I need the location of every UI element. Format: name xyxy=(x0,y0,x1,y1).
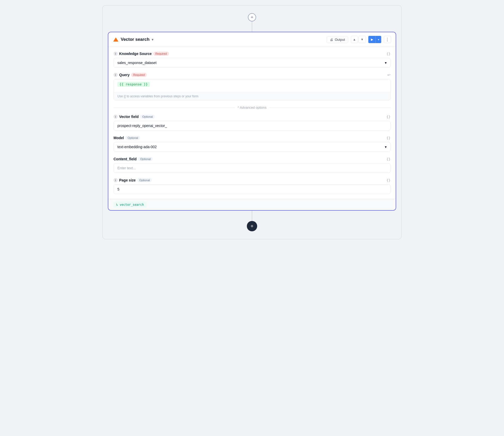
model-chevron-icon: ▾ xyxy=(385,145,387,149)
query-label-row: i Query Required ↩ xyxy=(113,73,391,77)
page-size-label-left: i Page size Optional xyxy=(113,178,152,182)
knowledge-source-badge: Required xyxy=(153,52,169,56)
card-header-left: Vector search ▾ xyxy=(113,37,153,42)
vector-field-group: i Vector field Optional {} xyxy=(113,115,391,131)
content-field-code-btn[interactable]: {} xyxy=(386,157,391,161)
advanced-options-divider: ^ Advanced options xyxy=(113,106,391,109)
vector-field-input[interactable] xyxy=(113,121,391,131)
add-button-bottom[interactable]: + xyxy=(247,221,257,231)
output-icon: 🖨 xyxy=(330,38,333,42)
knowledge-source-label-row: i Knowledge Source Required {} xyxy=(113,52,391,56)
vector-field-label: Vector field xyxy=(119,115,139,119)
knowledge-source-select[interactable]: sales_response_dataset ▾ xyxy=(113,58,391,68)
content-field-label-row: Content_field Optional {} xyxy=(113,157,391,161)
page-size-code-btn[interactable]: {} xyxy=(386,178,391,182)
more-options-button[interactable]: ⋮ xyxy=(384,36,391,43)
query-hint: Use {{ to access variables from previous… xyxy=(114,92,390,100)
connector-line-top xyxy=(252,21,252,32)
knowledge-source-info-icon[interactable]: i xyxy=(113,52,118,56)
content-field-label-left: Content_field Optional xyxy=(113,157,153,161)
content-field-label: Content_field xyxy=(113,157,136,161)
model-label: Model xyxy=(113,136,124,140)
card-header: Vector search ▾ 🖨 Output ▲ ▼ ▶ ▾ ⋮ xyxy=(108,32,396,47)
model-label-row: Model Optional {} xyxy=(113,136,391,140)
canvas: + Vector search ▾ 🖨 Output ▲ xyxy=(102,5,402,239)
arrow-down-button[interactable]: ▼ xyxy=(359,36,366,43)
title-chevron-icon[interactable]: ▾ xyxy=(152,37,153,42)
output-button[interactable]: 🖨 Output xyxy=(327,36,348,43)
card-header-right: 🖨 Output ▲ ▼ ▶ ▾ ⋮ xyxy=(327,36,391,43)
model-badge: Optional xyxy=(125,136,140,140)
vector-field-code-btn[interactable]: {} xyxy=(386,115,391,119)
footer-arrow-icon: ↳ xyxy=(116,203,118,207)
page-size-label-row: i Page size Optional {} xyxy=(113,178,391,182)
content-field-group: Content_field Optional {} xyxy=(113,157,391,173)
content-field-input[interactable] xyxy=(113,163,391,173)
nav-arrows: ▲ ▼ xyxy=(351,36,366,43)
query-label-left: i Query Required xyxy=(113,73,147,77)
knowledge-source-label-left: i Knowledge Source Required xyxy=(113,52,169,56)
vector-search-card: Vector search ▾ 🖨 Output ▲ ▼ ▶ ▾ ⋮ xyxy=(108,32,396,211)
content-field-badge: Optional xyxy=(138,157,153,161)
knowledge-source-chevron-icon: ▾ xyxy=(385,61,387,65)
query-info-icon[interactable]: i xyxy=(113,73,118,77)
add-button-top[interactable]: + xyxy=(248,13,256,21)
model-select[interactable]: text-embedding-ada-002 ▾ xyxy=(113,142,391,152)
vector-field-label-left: i Vector field Optional xyxy=(113,115,155,119)
model-field-group: Model Optional {} text-embedding-ada-002… xyxy=(113,136,391,152)
page-size-input[interactable] xyxy=(113,184,391,194)
model-code-btn[interactable]: {} xyxy=(386,136,391,140)
knowledge-source-code-btn[interactable]: {} xyxy=(386,52,391,56)
vector-field-info-icon[interactable]: i xyxy=(113,115,118,119)
query-tag: {{ response }} xyxy=(117,82,150,87)
page-size-field-group: i Page size Optional {} xyxy=(113,178,391,194)
query-field: i Query Required ↩ {{ response }} Use {{… xyxy=(113,73,391,100)
knowledge-source-label: Knowledge Source xyxy=(119,52,152,56)
arrow-up-button[interactable]: ▲ xyxy=(351,36,358,43)
query-editor[interactable]: {{ response }} Use {{ to access variable… xyxy=(113,79,391,100)
vector-field-label-row: i Vector field Optional {} xyxy=(113,115,391,119)
model-label-left: Model Optional xyxy=(113,136,140,140)
card-title: Vector search xyxy=(121,37,150,42)
play-button[interactable]: ▶ xyxy=(368,36,376,43)
card-footer: ↳ vector_search xyxy=(108,199,396,210)
card-body: i Knowledge Source Required {} sales_res… xyxy=(108,47,396,199)
connector-line-bottom xyxy=(252,211,252,221)
play-chevron-button[interactable]: ▾ xyxy=(376,36,381,43)
play-button-group: ▶ ▾ xyxy=(368,36,381,43)
query-label: Query xyxy=(119,73,129,77)
vector-field-badge: Optional xyxy=(140,115,155,119)
page-size-info-icon[interactable]: i xyxy=(113,178,118,182)
vector-search-icon xyxy=(113,37,119,42)
page-size-badge: Optional xyxy=(137,178,152,182)
footer-variable-tag: ↳ vector_search xyxy=(113,202,147,208)
query-badge: Required xyxy=(131,73,147,77)
page-size-label: Page size xyxy=(119,178,136,182)
query-input-area[interactable]: {{ response }} xyxy=(114,79,390,92)
knowledge-source-field: i Knowledge Source Required {} sales_res… xyxy=(113,52,391,68)
query-undo-btn[interactable]: ↩ xyxy=(387,73,391,77)
svg-marker-0 xyxy=(113,37,118,42)
advanced-options-toggle[interactable]: ^ Advanced options xyxy=(238,106,266,109)
